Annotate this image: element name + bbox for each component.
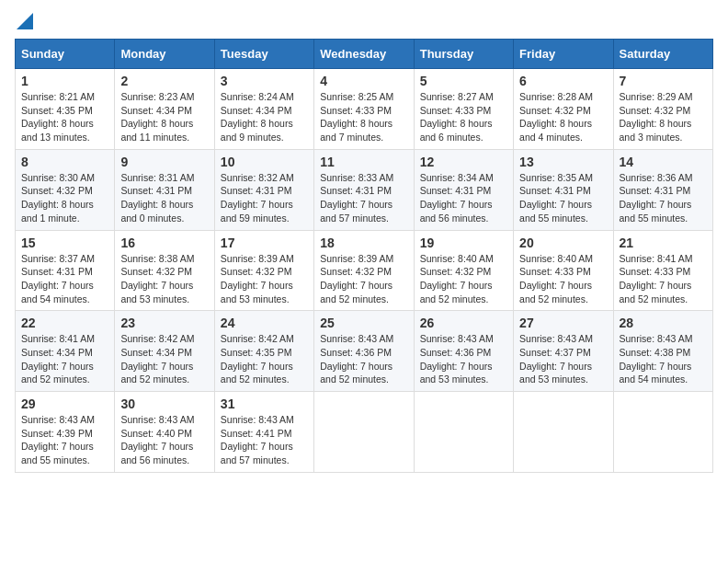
calendar-cell: 18Sunrise: 8:39 AMSunset: 4:32 PMDayligh… [314,230,414,311]
logo [15,15,33,29]
calendar-cell: 3Sunrise: 8:24 AMSunset: 4:34 PMDaylight… [214,69,313,150]
calendar-week-row: 1Sunrise: 8:21 AMSunset: 4:35 PMDaylight… [16,69,713,150]
day-detail: Sunrise: 8:43 AMSunset: 4:38 PMDaylight:… [620,332,707,386]
calendar-cell: 9Sunrise: 8:31 AMSunset: 4:31 PMDaylight… [115,149,214,230]
day-number: 1 [21,74,108,88]
day-detail: Sunrise: 8:42 AMSunset: 4:35 PMDaylight:… [221,332,308,386]
calendar-cell: 23Sunrise: 8:42 AMSunset: 4:34 PMDayligh… [115,311,214,392]
weekday-header: Saturday [613,40,712,69]
calendar-cell: 31Sunrise: 8:43 AMSunset: 4:41 PMDayligh… [214,392,313,473]
day-detail: Sunrise: 8:30 AMSunset: 4:32 PMDaylight:… [21,171,108,225]
calendar-week-row: 22Sunrise: 8:41 AMSunset: 4:34 PMDayligh… [16,311,713,392]
day-detail: Sunrise: 8:37 AMSunset: 4:31 PMDaylight:… [21,252,108,306]
calendar-cell: 28Sunrise: 8:43 AMSunset: 4:38 PMDayligh… [613,311,712,392]
calendar-week-row: 15Sunrise: 8:37 AMSunset: 4:31 PMDayligh… [16,230,713,311]
day-detail: Sunrise: 8:43 AMSunset: 4:37 PMDaylight:… [519,332,607,386]
calendar-cell: 26Sunrise: 8:43 AMSunset: 4:36 PMDayligh… [414,311,513,392]
day-number: 15 [21,236,108,250]
calendar-cell: 8Sunrise: 8:30 AMSunset: 4:32 PMDaylight… [16,149,115,230]
calendar-cell: 12Sunrise: 8:34 AMSunset: 4:31 PMDayligh… [414,149,513,230]
day-number: 5 [420,74,507,88]
day-detail: Sunrise: 8:31 AMSunset: 4:31 PMDaylight:… [120,171,208,225]
day-number: 14 [620,155,707,169]
day-number: 31 [221,396,308,411]
day-detail: Sunrise: 8:29 AMSunset: 4:32 PMDaylight:… [620,90,707,144]
day-detail: Sunrise: 8:42 AMSunset: 4:34 PMDaylight:… [120,332,208,386]
day-number: 17 [221,236,308,250]
day-detail: Sunrise: 8:27 AMSunset: 4:33 PMDaylight:… [420,90,507,144]
calendar-cell: 10Sunrise: 8:32 AMSunset: 4:31 PMDayligh… [214,149,313,230]
calendar-cell: 19Sunrise: 8:40 AMSunset: 4:32 PMDayligh… [414,230,513,311]
day-number: 12 [420,155,507,169]
calendar-cell: 20Sunrise: 8:40 AMSunset: 4:33 PMDayligh… [514,230,613,311]
day-detail: Sunrise: 8:36 AMSunset: 4:31 PMDaylight:… [620,171,707,225]
logo-triangle-icon [17,13,33,29]
calendar-cell: 25Sunrise: 8:43 AMSunset: 4:36 PMDayligh… [314,311,414,392]
day-number: 16 [120,236,208,250]
day-number: 28 [620,316,707,330]
calendar-cell: 22Sunrise: 8:41 AMSunset: 4:34 PMDayligh… [16,311,115,392]
calendar-cell: 1Sunrise: 8:21 AMSunset: 4:35 PMDaylight… [16,69,115,150]
day-detail: Sunrise: 8:21 AMSunset: 4:35 PMDaylight:… [21,90,108,144]
day-detail: Sunrise: 8:43 AMSunset: 4:40 PMDaylight:… [120,413,208,467]
weekday-header: Sunday [16,40,115,69]
weekday-header: Wednesday [314,40,414,69]
day-detail: Sunrise: 8:41 AMSunset: 4:34 PMDaylight:… [21,332,108,386]
day-detail: Sunrise: 8:40 AMSunset: 4:33 PMDaylight:… [519,252,607,306]
day-number: 25 [320,316,407,330]
day-detail: Sunrise: 8:35 AMSunset: 4:31 PMDaylight:… [519,171,607,225]
day-number: 24 [221,316,308,330]
day-number: 27 [519,316,607,330]
calendar-cell: 2Sunrise: 8:23 AMSunset: 4:34 PMDaylight… [115,69,214,150]
day-detail: Sunrise: 8:43 AMSunset: 4:39 PMDaylight:… [21,413,108,467]
day-number: 4 [320,74,407,88]
day-detail: Sunrise: 8:32 AMSunset: 4:31 PMDaylight:… [221,171,308,225]
weekday-header: Tuesday [214,40,313,69]
day-number: 20 [519,236,607,250]
calendar-cell: 7Sunrise: 8:29 AMSunset: 4:32 PMDaylight… [613,69,712,150]
calendar-cell: 24Sunrise: 8:42 AMSunset: 4:35 PMDayligh… [214,311,313,392]
day-number: 2 [120,74,208,88]
day-number: 21 [620,236,707,250]
calendar-cell: 27Sunrise: 8:43 AMSunset: 4:37 PMDayligh… [514,311,613,392]
calendar-cell [613,392,712,473]
day-number: 29 [21,396,108,411]
calendar-cell [514,392,613,473]
svg-marker-0 [17,13,33,29]
day-detail: Sunrise: 8:34 AMSunset: 4:31 PMDaylight:… [420,171,507,225]
day-number: 6 [519,74,607,88]
day-number: 19 [420,236,507,250]
calendar-cell: 14Sunrise: 8:36 AMSunset: 4:31 PMDayligh… [613,149,712,230]
calendar-cell [414,392,513,473]
day-number: 3 [221,74,308,88]
day-number: 22 [21,316,108,330]
day-detail: Sunrise: 8:43 AMSunset: 4:41 PMDaylight:… [221,413,308,467]
day-number: 9 [120,155,208,169]
day-number: 23 [120,316,208,330]
day-detail: Sunrise: 8:28 AMSunset: 4:32 PMDaylight:… [519,90,607,144]
calendar-cell: 13Sunrise: 8:35 AMSunset: 4:31 PMDayligh… [514,149,613,230]
day-number: 7 [620,74,707,88]
weekday-header: Monday [115,40,214,69]
calendar-header-row: SundayMondayTuesdayWednesdayThursdayFrid… [16,40,713,69]
day-number: 10 [221,155,308,169]
day-detail: Sunrise: 8:24 AMSunset: 4:34 PMDaylight:… [221,90,308,144]
weekday-header: Friday [514,40,613,69]
day-number: 30 [120,396,208,411]
day-detail: Sunrise: 8:38 AMSunset: 4:32 PMDaylight:… [120,252,208,306]
calendar-cell: 16Sunrise: 8:38 AMSunset: 4:32 PMDayligh… [115,230,214,311]
day-detail: Sunrise: 8:33 AMSunset: 4:31 PMDaylight:… [320,171,407,225]
calendar-cell: 6Sunrise: 8:28 AMSunset: 4:32 PMDaylight… [514,69,613,150]
day-detail: Sunrise: 8:43 AMSunset: 4:36 PMDaylight:… [420,332,507,386]
day-detail: Sunrise: 8:39 AMSunset: 4:32 PMDaylight:… [221,252,308,306]
day-detail: Sunrise: 8:43 AMSunset: 4:36 PMDaylight:… [320,332,407,386]
weekday-header: Thursday [414,40,513,69]
calendar-cell: 30Sunrise: 8:43 AMSunset: 4:40 PMDayligh… [115,392,214,473]
page-header [15,15,713,29]
calendar-cell: 4Sunrise: 8:25 AMSunset: 4:33 PMDaylight… [314,69,414,150]
calendar-cell: 21Sunrise: 8:41 AMSunset: 4:33 PMDayligh… [613,230,712,311]
calendar-cell: 5Sunrise: 8:27 AMSunset: 4:33 PMDaylight… [414,69,513,150]
day-detail: Sunrise: 8:25 AMSunset: 4:33 PMDaylight:… [320,90,407,144]
day-number: 11 [320,155,407,169]
calendar-cell: 29Sunrise: 8:43 AMSunset: 4:39 PMDayligh… [16,392,115,473]
